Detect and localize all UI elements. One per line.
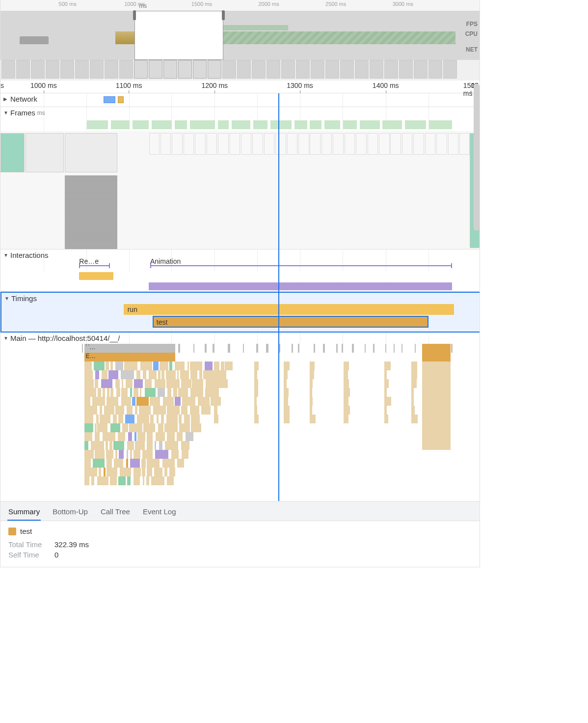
frames-postfix: ms	[37, 110, 45, 116]
track-label: Timings	[11, 294, 37, 303]
track-header-interactions[interactable]: ▼ Interactions	[0, 250, 480, 261]
ruler-tick: 1300 ms	[287, 82, 313, 89]
overview-handle-right[interactable]	[222, 10, 225, 20]
ruler-tick: 1000 ms	[30, 82, 57, 89]
performance-panel: 500 ms 1000 ms 1500 ms 2000 ms 2500 ms 3…	[0, 0, 480, 567]
vertical-scrollbar[interactable]	[474, 83, 480, 231]
overview-handle-left[interactable]	[133, 10, 136, 20]
track-header-main[interactable]: ▼ Main — http://localhost:50414/__/	[0, 333, 480, 344]
overview-tick: 2500 ms	[325, 1, 346, 7]
frames-thumbnails[interactable]	[0, 131, 480, 249]
summary-name: test	[20, 527, 32, 535]
summary-self-time-value: 0	[54, 551, 58, 559]
track-label: Network	[10, 95, 37, 103]
tab-event-log[interactable]: Event Log	[142, 504, 177, 521]
timing-bar-label: run	[124, 306, 137, 313]
tracks-area: ▶ Network ▼ Frames ms	[0, 93, 480, 501]
overview-ruler: 500 ms 1000 ms 1500 ms 2000 ms 2500 ms 3…	[0, 0, 480, 11]
chevron-down-icon: ▼	[3, 252, 8, 258]
track-interactions: ▼ Interactions Re…e Animation ▶ Input	[0, 250, 480, 292]
interactions-spans[interactable]: Re…e Animation	[0, 261, 480, 271]
summary-swatch	[8, 528, 16, 535]
tab-summary[interactable]: Summary	[7, 504, 41, 521]
ruler-tick: 1200 ms	[201, 82, 228, 89]
chevron-down-icon: ▼	[3, 335, 8, 341]
chevron-down-icon: ▼	[3, 110, 8, 115]
chevron-right-icon: ▶	[3, 96, 8, 102]
tab-call-tree[interactable]: Call Tree	[100, 504, 131, 521]
track-frames: ▼ Frames ms	[0, 107, 480, 250]
timing-bar-test[interactable]: test	[153, 317, 428, 328]
overview-dim-left[interactable]	[0, 11, 134, 60]
tab-bottom-up[interactable]: Bottom-Up	[52, 504, 89, 521]
details-tabs: Summary Bottom-Up Call Tree Event Log	[0, 501, 480, 521]
overview-strip[interactable]: 500 ms 1000 ms 1500 ms 2000 ms 2500 ms 3…	[0, 0, 480, 81]
track-label-prefix: Main —	[10, 334, 36, 342]
interaction-span[interactable]: Animation	[150, 265, 452, 266]
track-timings: ▼ Timings run test	[0, 292, 480, 333]
track-header-frames[interactable]: ▼ Frames ms	[0, 107, 480, 118]
timing-bar-run[interactable]: run	[124, 304, 454, 315]
track-main: ▼ Main — http://localhost:50414/__/ T…E…	[0, 333, 480, 501]
track-input: ▶ Input	[0, 271, 480, 281]
ruler-partial-left: s	[0, 82, 4, 89]
track-header-timings[interactable]: ▼ Timings	[1, 293, 480, 304]
overview-body[interactable]: FPS CPU NET	[0, 11, 480, 60]
overview-tick: 1500 ms	[191, 1, 212, 7]
frame-thumbnail[interactable]	[0, 133, 25, 172]
overview-tick: 3000 ms	[393, 1, 413, 7]
frame-thumbnail[interactable]	[26, 133, 64, 172]
ruler-tick: 1100 ms	[116, 82, 142, 89]
summary-self-time-label: Self Time	[8, 551, 48, 559]
input-bar[interactable]	[79, 272, 113, 280]
track-label: Frames	[10, 109, 35, 117]
interaction-span-label: Re…e	[79, 257, 99, 265]
summary-total-time-value: 322.39 ms	[54, 540, 89, 549]
timing-bar-label: test	[153, 318, 168, 326]
summary-content: test Total Time 322.39 ms Self Time 0	[0, 521, 480, 567]
track-header-network[interactable]: ▶ Network	[0, 93, 480, 105]
frame-thumbnail[interactable]	[65, 133, 117, 172]
overview-thumbnails[interactable]	[0, 60, 480, 81]
overview-window[interactable]: ms	[134, 11, 223, 60]
interaction-span-label: Animation	[150, 257, 181, 265]
details-panel: Summary Bottom-Up Call Tree Event Log te…	[0, 501, 480, 567]
frames-bars[interactable]	[0, 118, 480, 131]
ruler-tick: 1400 ms	[373, 82, 399, 89]
track-animation: ▶ Animation	[0, 281, 480, 291]
frame-thumbnail-dark[interactable]	[65, 175, 117, 249]
overview-window-label: ms	[139, 2, 147, 9]
overview-dim-right[interactable]	[223, 11, 480, 60]
animation-bar[interactable]	[149, 282, 453, 290]
overview-tick: 2000 ms	[258, 1, 279, 7]
summary-total-time-label: Total Time	[8, 540, 48, 549]
interaction-span[interactable]: Re…e	[79, 265, 110, 266]
scroll-container: 500 ms 1000 ms 1500 ms 2000 ms 2500 ms 3…	[0, 0, 480, 501]
track-label: Interactions	[10, 251, 49, 259]
flame-chart[interactable]: T…E…	[0, 344, 480, 501]
main-url: http://localhost:50414/__/	[38, 334, 120, 342]
time-ruler[interactable]: s 1000 ms 1100 ms 1200 ms 1300 ms 1400 m…	[0, 81, 480, 93]
chevron-down-icon: ▼	[4, 296, 9, 301]
network-request-bar[interactable]	[104, 95, 124, 104]
overview-tick: 500 ms	[59, 1, 77, 7]
track-network: ▶ Network	[0, 93, 480, 107]
